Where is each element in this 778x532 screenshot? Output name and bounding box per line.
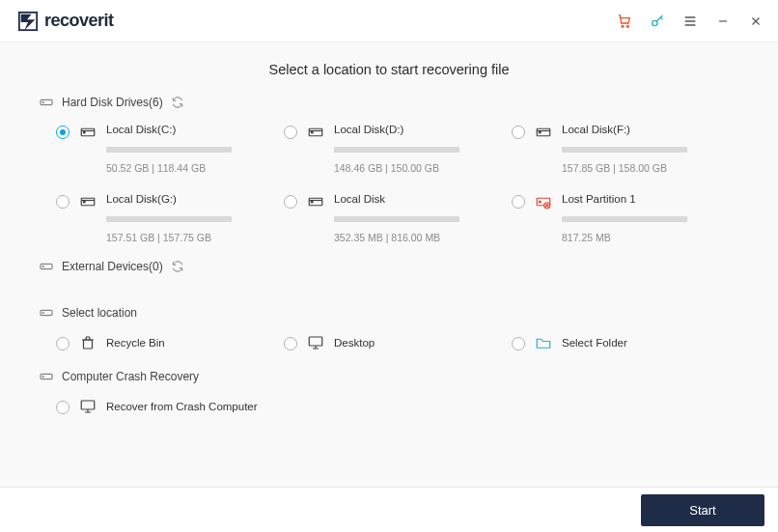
location-section-icon <box>39 305 54 321</box>
svg-point-22 <box>42 312 43 313</box>
usage-bar <box>106 147 232 153</box>
svg-point-17 <box>539 201 541 203</box>
disk-icon <box>79 193 97 210</box>
titlebar: recoverit <box>0 0 778 42</box>
drive-label: Local Disk(G:) <box>106 193 251 205</box>
radio-button[interactable] <box>284 337 297 350</box>
drive-capacity: 157.51 GB | 157.75 GB <box>106 232 251 243</box>
crash-label: Computer Crash Recovery <box>62 370 199 383</box>
drive-option[interactable]: Local Disk(G:)157.51 GB | 157.75 GB <box>56 193 284 243</box>
external-label: External Devices(0) <box>62 260 163 273</box>
crash-computer-icon <box>79 398 97 415</box>
desktop-icon <box>307 334 324 351</box>
svg-point-3 <box>653 20 657 25</box>
radio-button[interactable] <box>56 195 69 209</box>
usage-bar <box>334 147 459 153</box>
disk-icon <box>79 124 97 141</box>
crash-recovery-option[interactable]: Recover from Crash Computer <box>56 398 284 415</box>
radio-button[interactable] <box>56 126 69 139</box>
cart-icon[interactable] <box>616 13 633 30</box>
section-header-location: Select location <box>0 305 778 330</box>
refresh-icon[interactable] <box>171 96 184 109</box>
location-option[interactable]: Recycle Bin <box>56 334 284 351</box>
radio-button[interactable] <box>284 126 297 139</box>
drive-option[interactable]: Local Disk(C:)50.52 GB | 118.44 GB <box>56 124 284 174</box>
svg-point-11 <box>539 131 541 133</box>
drives-grid: Local Disk(C:)50.52 GB | 118.44 GBLocal … <box>0 120 778 259</box>
usage-bar <box>562 216 687 222</box>
disk-icon <box>307 124 324 141</box>
menu-icon[interactable] <box>681 13 699 30</box>
crash-section-icon <box>39 369 54 384</box>
usage-bar <box>334 216 459 222</box>
start-button[interactable]: Start <box>641 494 764 526</box>
external-section-icon <box>39 259 54 274</box>
section-header-crash: Computer Crash Recovery <box>0 369 778 394</box>
crash-grid: Recover from Crash Computer <box>0 394 778 431</box>
drive-label: Local Disk(F:) <box>562 124 707 135</box>
refresh-icon[interactable] <box>171 260 184 273</box>
section-header-external: External Devices(0) <box>0 259 778 284</box>
location-label: Desktop <box>334 337 375 349</box>
usage-bar <box>106 216 232 222</box>
close-button[interactable] <box>747 13 764 30</box>
minimize-button[interactable] <box>714 13 732 30</box>
location-label: Select Folder <box>562 337 627 349</box>
drive-capacity: 148.46 GB | 150.00 GB <box>334 162 479 174</box>
svg-rect-27 <box>81 401 95 409</box>
hdd-label: Hard Disk Drives(6) <box>62 96 163 109</box>
drive-label: Local Disk(D:) <box>334 124 479 135</box>
drive-capacity: 352.35 MB | 816.00 MB <box>334 232 479 243</box>
radio-button[interactable] <box>56 337 69 350</box>
key-icon[interactable] <box>649 13 666 30</box>
folder-icon <box>535 334 552 351</box>
svg-point-15 <box>311 201 313 203</box>
svg-rect-23 <box>84 340 93 349</box>
window-controls <box>616 13 764 30</box>
recycle-icon <box>79 334 97 351</box>
radio-button[interactable] <box>512 126 525 139</box>
disk-icon <box>307 193 324 210</box>
svg-point-1 <box>622 25 624 27</box>
drive-label: Lost Partition 1 <box>562 193 707 205</box>
location-label: Recycle Bin <box>106 337 165 349</box>
drive-capacity: 157.85 GB | 158.00 GB <box>562 162 707 174</box>
brand-text: recoverit <box>44 11 114 31</box>
radio-button[interactable] <box>512 337 525 350</box>
radio-button[interactable] <box>56 401 69 414</box>
svg-point-13 <box>83 201 85 203</box>
usage-bar <box>562 147 687 153</box>
drive-option[interactable]: Lost Partition 1817.25 MB <box>512 193 739 243</box>
drive-label: Local Disk(C:) <box>106 124 251 135</box>
svg-point-7 <box>83 131 85 133</box>
svg-rect-24 <box>309 337 322 346</box>
drive-option[interactable]: Local Disk(D:)148.46 GB | 150.00 GB <box>284 124 512 174</box>
location-option[interactable]: Desktop <box>284 334 512 351</box>
svg-point-26 <box>42 376 43 377</box>
drive-label: Local Disk <box>334 193 479 205</box>
svg-point-9 <box>311 131 313 133</box>
logo-icon <box>17 11 39 32</box>
location-label: Select location <box>62 306 137 320</box>
disk-icon <box>535 124 552 141</box>
locations-grid: Recycle BinDesktopSelect Folder <box>0 330 778 369</box>
drive-option[interactable]: Local Disk352.35 MB | 816.00 MB <box>284 193 512 243</box>
radio-button[interactable] <box>512 195 525 209</box>
svg-point-20 <box>42 266 43 266</box>
location-option[interactable]: Select Folder <box>512 334 739 351</box>
footer: Start <box>0 487 778 532</box>
drive-capacity: 50.52 GB | 118.44 GB <box>106 162 251 174</box>
svg-point-2 <box>626 25 628 27</box>
radio-button[interactable] <box>284 195 297 209</box>
brand: recoverit <box>17 11 114 32</box>
lost-disk-icon <box>535 193 552 210</box>
drive-capacity: 817.25 MB <box>562 232 707 243</box>
drive-section-icon <box>39 95 54 110</box>
page-title: Select a location to start recovering fi… <box>0 42 778 95</box>
svg-point-5 <box>42 101 43 102</box>
drive-option[interactable]: Local Disk(F:)157.85 GB | 158.00 GB <box>512 124 739 174</box>
crash-item-label: Recover from Crash Computer <box>106 401 258 412</box>
section-header-hdd: Hard Disk Drives(6) <box>0 95 778 120</box>
